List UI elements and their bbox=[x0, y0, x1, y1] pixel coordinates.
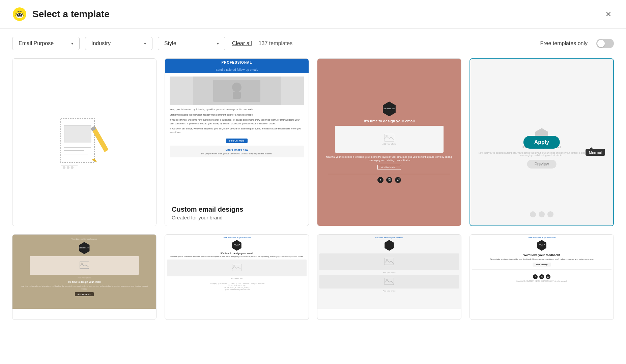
svg-point-30 bbox=[81, 263, 83, 265]
minimal2-image-box2 bbox=[319, 275, 459, 289]
svg-rect-37 bbox=[541, 276, 543, 278]
preview-button[interactable]: Preview bbox=[527, 160, 557, 169]
minimal2-view-link: View this email in your browser bbox=[319, 237, 459, 239]
promo-badge: PROFESSIONAL bbox=[165, 59, 309, 66]
svg-point-22 bbox=[232, 83, 241, 92]
svg-point-15 bbox=[71, 166, 74, 169]
svg-point-5 bbox=[15, 13, 17, 16]
promo-body1: Keep people involved by following up wit… bbox=[170, 108, 304, 112]
svg-rect-23 bbox=[233, 92, 241, 99]
email-purpose-dropdown[interactable]: Email Purpose ▾ bbox=[12, 37, 80, 50]
tan-preview: View this email in your browser ADD YOUR… bbox=[12, 235, 156, 309]
svg-point-3 bbox=[18, 14, 19, 16]
industry-dropdown[interactable]: Industry ▾ bbox=[85, 37, 152, 50]
svg-point-36 bbox=[386, 279, 388, 281]
feedback-copyright: Copyright (C) *|CURRENT_YEAR|* *|LIST:CO… bbox=[472, 280, 611, 282]
basic-image-box bbox=[167, 260, 307, 276]
clear-all-button[interactable]: Clear all bbox=[231, 40, 253, 47]
template-card-basic[interactable]: View this email in your browser ADD YOUR… bbox=[165, 234, 309, 320]
basic-logo-icon: ADD YOUR LOGO bbox=[231, 240, 242, 251]
email-purpose-chevron-icon: ▾ bbox=[71, 41, 73, 46]
minimal-tooltip: Minimal bbox=[586, 149, 605, 156]
minimal-twitter-icon bbox=[547, 211, 553, 217]
minimal2-image-box bbox=[319, 253, 459, 270]
page-title: Select a template bbox=[32, 9, 110, 20]
minimal-social-icons bbox=[530, 211, 553, 217]
template-count: 137 templates bbox=[259, 40, 293, 47]
template-card-scratch[interactable]: Start from scratch bbox=[12, 58, 156, 226]
svg-rect-8 bbox=[64, 125, 91, 142]
minimal-card-label: Minimal bbox=[470, 225, 613, 226]
promo-body3: If you sell things, welcome new customer… bbox=[170, 118, 304, 125]
bold-logo-icon: ADD YOUR LOGO bbox=[382, 101, 397, 116]
style-dropdown[interactable]: Style ▾ bbox=[158, 37, 225, 50]
scratch-sketch-icon bbox=[51, 109, 118, 176]
bold-card-title: It's time to design your email bbox=[364, 119, 415, 123]
email-purpose-label: Email Purpose bbox=[19, 40, 54, 47]
feedback-preview: View this email in your browser ADD YOUR… bbox=[470, 235, 614, 309]
feedback-instagram-icon bbox=[539, 274, 544, 279]
svg-point-39 bbox=[542, 276, 542, 276]
apply-button[interactable]: Apply bbox=[523, 136, 560, 149]
header: Select a template × bbox=[0, 0, 626, 29]
basic-unsubscribe: Update Preferences | Unsubscribe bbox=[167, 289, 307, 291]
promo-image-placeholder bbox=[170, 77, 304, 105]
bold-image-box: Add your photo bbox=[335, 126, 444, 153]
template-card-bold[interactable]: ADD YOUR LOGO It's time to design your e… bbox=[317, 58, 461, 226]
tan-view-link: View this email in your browser bbox=[16, 238, 153, 240]
svg-point-25 bbox=[386, 135, 388, 137]
header-left: Select a template bbox=[12, 7, 110, 22]
svg-point-27 bbox=[389, 179, 390, 181]
svg-point-4 bbox=[20, 14, 21, 16]
template-card-minimal2[interactable]: View this email in your browser Add your… bbox=[317, 234, 461, 320]
tan-body: Now that you've selected a template, you… bbox=[16, 285, 153, 290]
promo-body2: Start by replacing the full-width header… bbox=[170, 113, 304, 117]
free-templates-toggle[interactable] bbox=[596, 39, 614, 48]
template-card-minimal[interactable]: It's time to design your email Now that … bbox=[469, 58, 614, 226]
svg-point-6 bbox=[23, 13, 24, 16]
close-button[interactable]: × bbox=[603, 7, 614, 21]
template-grid: Start from scratch PROFESSIONAL Send a t… bbox=[0, 58, 626, 332]
bold-body-text: Now that you've selected a template, you… bbox=[321, 155, 457, 162]
tan-heading: It's time to design your email bbox=[68, 281, 101, 283]
basic-image-icon bbox=[232, 264, 241, 272]
basic-heading: It's time to design your email bbox=[167, 252, 307, 254]
feedback-facebook-icon: f bbox=[533, 274, 538, 279]
feedback-body: Please take a minute to provide your fee… bbox=[472, 258, 611, 261]
minimal2-add-photo: Add your photo bbox=[319, 272, 459, 274]
bold-social-icons: f bbox=[377, 177, 401, 183]
tan-cta: Add button text bbox=[75, 292, 94, 296]
promo-card-preview: PROFESSIONAL Send a tailored follow-up e… bbox=[165, 59, 309, 200]
scratch-preview bbox=[12, 59, 156, 226]
svg-point-14 bbox=[67, 166, 69, 169]
feedback-email-preview: View this email in your browser ADD YOUR… bbox=[470, 235, 614, 309]
feedback-card-label bbox=[470, 309, 614, 320]
promo-body4: If you don't sell things, welcome people… bbox=[170, 127, 304, 134]
bold-card-preview: ADD YOUR LOGO It's time to design your e… bbox=[317, 59, 461, 226]
bold-add-photo-label: Add your photo bbox=[382, 143, 396, 145]
bold-image-placeholder-icon bbox=[384, 134, 394, 142]
feedback-logo-icon: ADD YOUR LOGO bbox=[536, 240, 547, 251]
svg-point-34 bbox=[386, 259, 388, 261]
basic-view-link: View this email in your browser bbox=[167, 237, 307, 239]
style-chevron-icon: ▾ bbox=[217, 41, 219, 46]
basic-preview: View this email in your browser ADD YOUR… bbox=[165, 235, 309, 309]
basic-card-label bbox=[165, 309, 309, 320]
tan-image-box bbox=[30, 256, 139, 275]
minimal-instagram-icon bbox=[539, 211, 545, 217]
basic-email-preview: View this email in your browser ADD YOUR… bbox=[165, 235, 309, 309]
promo-sub-title: Created for your brand bbox=[172, 215, 302, 220]
template-card-feedback[interactable]: View this email in your browser ADD YOUR… bbox=[469, 234, 614, 320]
minimal2-add-photo2: Add your photo bbox=[319, 290, 459, 292]
feedback-survey-btn: Take Survey bbox=[533, 263, 551, 267]
minimal-facebook-icon bbox=[530, 211, 536, 217]
template-card-custom-promo[interactable]: PROFESSIONAL Send a tailored follow-up e… bbox=[165, 58, 309, 226]
minimal2-image-icon2 bbox=[385, 278, 394, 286]
basic-body: Now that you've selected a template, you… bbox=[167, 255, 307, 258]
filters-bar: Email Purpose ▾ Industry ▾ Style ▾ Clear… bbox=[0, 29, 626, 58]
svg-rect-26 bbox=[388, 179, 391, 181]
svg-point-28 bbox=[390, 179, 390, 179]
bold-card-label: Bold bbox=[317, 226, 461, 226]
svg-marker-18 bbox=[92, 158, 97, 162]
template-card-bold-tan[interactable]: View this email in your browser ADD YOUR… bbox=[12, 234, 156, 320]
